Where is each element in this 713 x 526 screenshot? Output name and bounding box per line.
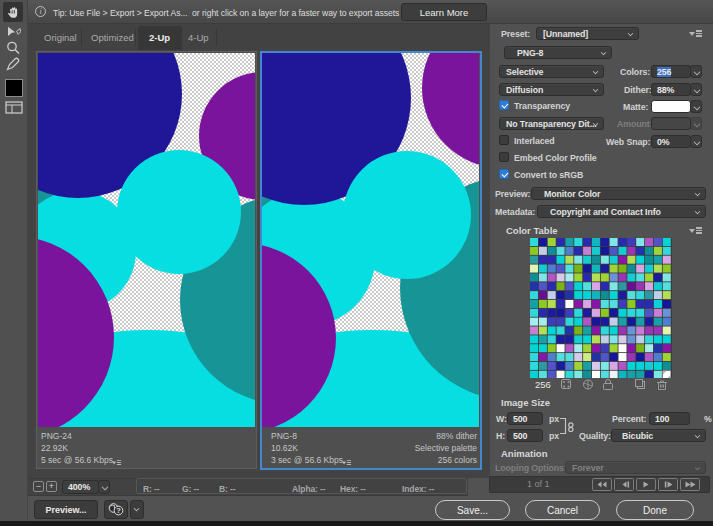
svg-text:?: ? — [116, 506, 121, 515]
